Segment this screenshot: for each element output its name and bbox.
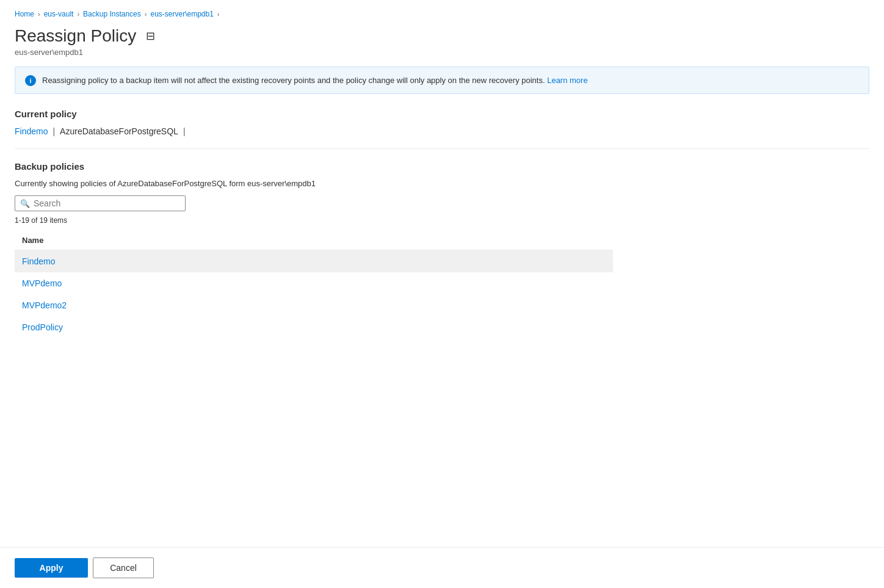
policy-name-cell: MVPdemo2: [15, 294, 613, 316]
search-input[interactable]: [34, 198, 180, 208]
breadcrumb-sep-1: ›: [38, 10, 40, 18]
print-icon: ⊟: [146, 29, 155, 43]
breadcrumb-server[interactable]: eus-server\empdb1: [150, 10, 213, 18]
policy-name-link[interactable]: MVPdemo2: [22, 300, 67, 310]
policy-separator-2: |: [183, 126, 186, 136]
section-divider: [15, 148, 869, 149]
breadcrumb-vault[interactable]: eus-vault: [44, 10, 74, 18]
backup-policies-section: Backup policies Currently showing polici…: [15, 161, 869, 338]
table-row[interactable]: Findemo: [15, 250, 613, 273]
breadcrumb-sep-2: ›: [77, 10, 79, 18]
search-container[interactable]: 🔍: [15, 195, 186, 211]
print-button[interactable]: ⊟: [143, 27, 158, 45]
page-subtitle: eus-server\empdb1: [15, 48, 869, 57]
policy-separator-1: |: [53, 126, 55, 136]
current-policy-name-link[interactable]: Findemo: [15, 126, 48, 136]
policy-name-link[interactable]: Findemo: [22, 256, 55, 266]
current-policy-type: AzureDatabaseForPostgreSQL: [60, 126, 178, 136]
policy-name-link[interactable]: MVPdemo: [22, 278, 62, 288]
breadcrumb-backup-instances[interactable]: Backup Instances: [83, 10, 141, 18]
policies-description: Currently showing policies of AzureDatab…: [15, 179, 869, 188]
breadcrumb-home[interactable]: Home: [15, 10, 34, 18]
column-name-header: Name: [15, 231, 613, 250]
breadcrumb: Home › eus-vault › Backup Instances › eu…: [15, 10, 869, 18]
policy-name-cell: ProdPolicy: [15, 316, 613, 338]
search-icon: 🔍: [20, 199, 30, 208]
policy-name-link[interactable]: ProdPolicy: [22, 322, 63, 332]
current-policy-section: Current policy Findemo | AzureDatabaseFo…: [15, 109, 869, 136]
policy-name-cell: Findemo: [15, 250, 613, 273]
page-title: Reassign Policy: [15, 26, 136, 46]
table-row[interactable]: ProdPolicy: [15, 316, 613, 338]
learn-more-link[interactable]: Learn more: [547, 76, 587, 85]
breadcrumb-sep-3: ›: [145, 10, 147, 18]
footer: Apply Cancel: [0, 547, 884, 588]
policy-table: Name FindemoMVPdemoMVPdemo2ProdPolicy: [15, 231, 613, 338]
breadcrumb-sep-4: ›: [217, 10, 220, 18]
current-policy-value: Findemo | AzureDatabaseForPostgreSQL |: [15, 126, 869, 136]
info-banner: i Reassigning policy to a backup item wi…: [15, 67, 869, 95]
info-banner-text: Reassigning policy to a backup item will…: [42, 74, 588, 87]
page-header: Reassign Policy ⊟ eus-server\empdb1: [15, 26, 869, 57]
apply-button[interactable]: Apply: [15, 558, 88, 578]
current-policy-title: Current policy: [15, 109, 869, 119]
table-row[interactable]: MVPdemo: [15, 272, 613, 294]
table-row[interactable]: MVPdemo2: [15, 294, 613, 316]
backup-policies-title: Backup policies: [15, 161, 869, 172]
items-count: 1-19 of 19 items: [15, 216, 869, 225]
cancel-button[interactable]: Cancel: [93, 557, 154, 578]
policy-name-cell: MVPdemo: [15, 272, 613, 294]
info-icon: i: [25, 75, 36, 86]
